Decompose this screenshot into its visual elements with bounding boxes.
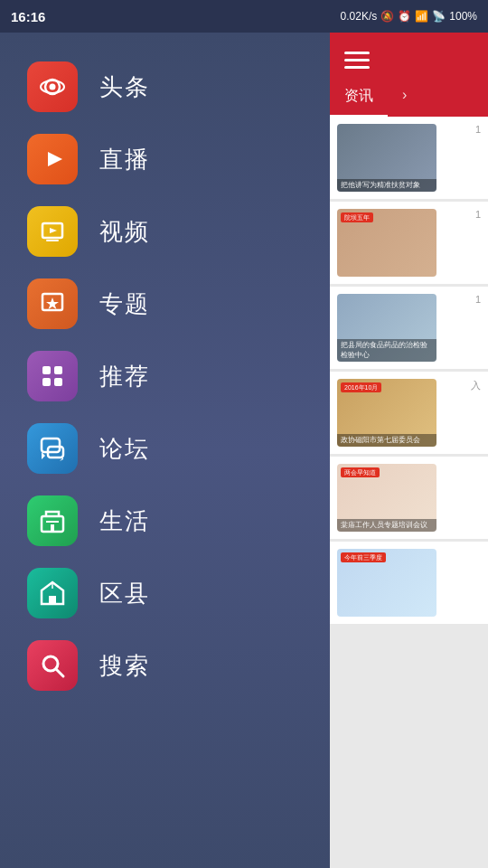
forum-label: 论坛 [99, 433, 150, 465]
topics-icon [27, 278, 78, 329]
recommend-label: 推荐 [99, 361, 150, 392]
svg-marker-5 [50, 228, 57, 233]
news-meta: 1 [444, 124, 481, 192]
status-time: 16:16 [11, 9, 45, 24]
battery: 100% [449, 10, 477, 23]
svg-rect-16 [51, 524, 54, 532]
status-right: 0.02K/s 🔕 ⏰ 📶 📡 100% [341, 10, 477, 23]
thumb-badge: 今年前三季度 [341, 552, 386, 562]
sidebar: 头条直播视频专题推荐论坛生活区县搜索 [0, 33, 330, 868]
network-speed: 0.02K/s [341, 10, 378, 23]
sidebar-item-video[interactable]: 视频 [0, 195, 330, 268]
search-label: 搜索 [99, 650, 150, 682]
video-icon [27, 206, 78, 257]
svg-rect-12 [54, 378, 62, 386]
news-meta: 1 [444, 294, 481, 362]
content-panel: 资讯 › 把他讲写为精准扶贫对象1院坝五年1把县局的食品药品的治检验检验中心12… [330, 33, 488, 868]
search-icon [27, 640, 78, 691]
wifi-icon: 📶 [415, 10, 428, 23]
news-time: 1 [444, 124, 481, 135]
news-feed[interactable]: 把他讲写为精准扶贫对象1院坝五年1把县局的食品药品的治检验检验中心12016年1… [330, 117, 488, 868]
headlines-icon [27, 61, 78, 112]
news-thumbnail: 院坝五年 [337, 209, 436, 277]
news-time: 1 [444, 294, 481, 305]
news-item[interactable]: 把县局的食品药品的治检验检验中心1 [330, 287, 488, 369]
video-label: 视频 [99, 216, 150, 248]
sidebar-item-topics[interactable]: 专题 [0, 268, 330, 340]
news-thumbnail: 两会早知道棠庙工作人员专题培训会议 [337, 464, 436, 532]
mute-icon: 🔕 [380, 10, 394, 23]
news-item[interactable]: 2016年10月政协磁阳市第七届委员会入 [330, 372, 488, 454]
sidebar-item-district[interactable]: 区县 [0, 557, 330, 629]
thumb-badge: 两会早知道 [341, 467, 380, 477]
news-time: 入 [444, 379, 481, 392]
sidebar-item-search[interactable]: 搜索 [0, 629, 330, 702]
life-label: 生活 [99, 505, 150, 537]
news-thumbnail: 今年前三季度 [337, 549, 436, 617]
live-icon [27, 134, 78, 184]
news-thumbnail: 把县局的食品药品的治检验检验中心 [337, 294, 436, 362]
alarm-icon: ⏰ [398, 10, 411, 23]
news-item[interactable]: 两会早知道棠庙工作人员专题培训会议 [330, 457, 488, 539]
menu-line-3 [344, 66, 370, 69]
main-layout: 头条直播视频专题推荐论坛生活区县搜索 资讯 › 把他讲写为精准扶贫对象1院坝五年… [0, 33, 488, 868]
svg-marker-3 [48, 152, 62, 166]
svg-rect-6 [46, 240, 59, 241]
news-thumbnail: 2016年10月政协磁阳市第七届委员会 [337, 379, 436, 447]
district-icon [27, 568, 78, 618]
svg-point-1 [50, 84, 56, 90]
district-label: 区县 [99, 578, 150, 609]
news-item[interactable]: 院坝五年1 [330, 202, 488, 284]
svg-line-20 [56, 669, 63, 676]
tab-news[interactable]: 资讯 [330, 87, 388, 117]
menu-line-1 [344, 52, 370, 54]
thumb-badge: 2016年10月 [341, 382, 381, 392]
topics-label: 专题 [99, 288, 150, 320]
svg-rect-11 [42, 378, 51, 386]
news-meta: 1 [444, 209, 481, 277]
svg-rect-10 [54, 366, 62, 374]
news-meta [444, 464, 481, 532]
menu-line-2 [344, 59, 370, 61]
life-icon [27, 495, 78, 546]
thumb-overlay: 把县局的食品药品的治检验检验中心 [337, 339, 436, 362]
thumb-overlay: 政协磁阳市第七届委员会 [337, 434, 436, 447]
status-bar: 16:16 0.02K/s 🔕 ⏰ 📶 📡 100% [0, 0, 488, 33]
sidebar-item-live[interactable]: 直播 [0, 123, 330, 195]
news-item[interactable]: 把他讲写为精准扶贫对象1 [330, 117, 488, 199]
tab-more[interactable]: › [388, 87, 421, 117]
sidebar-item-headlines[interactable]: 头条 [0, 51, 330, 123]
svg-rect-13 [42, 439, 60, 452]
news-meta [444, 549, 481, 617]
headlines-label: 头条 [99, 71, 150, 103]
news-time: 1 [444, 209, 481, 220]
thumb-badge: 院坝五年 [341, 212, 373, 222]
news-thumbnail: 把他讲写为精准扶贫对象 [337, 124, 436, 192]
sidebar-item-life[interactable]: 生活 [0, 485, 330, 557]
thumb-overlay: 把他讲写为精准扶贫对象 [337, 179, 436, 192]
thumb-overlay: 棠庙工作人员专题培训会议 [337, 519, 436, 532]
content-tabs: 资讯 › [330, 87, 488, 117]
forum-icon [27, 423, 78, 474]
hamburger-menu[interactable] [344, 52, 370, 69]
recommend-icon [27, 351, 78, 401]
content-header [330, 33, 488, 87]
sidebar-item-forum[interactable]: 论坛 [0, 412, 330, 485]
svg-marker-8 [46, 297, 59, 309]
svg-rect-18 [49, 596, 56, 604]
sidebar-item-recommend[interactable]: 推荐 [0, 340, 330, 412]
signal-icon: 📡 [432, 10, 446, 23]
svg-rect-9 [42, 366, 51, 374]
news-item[interactable]: 今年前三季度 [330, 542, 488, 624]
news-meta: 入 [444, 379, 481, 447]
live-label: 直播 [99, 144, 150, 175]
